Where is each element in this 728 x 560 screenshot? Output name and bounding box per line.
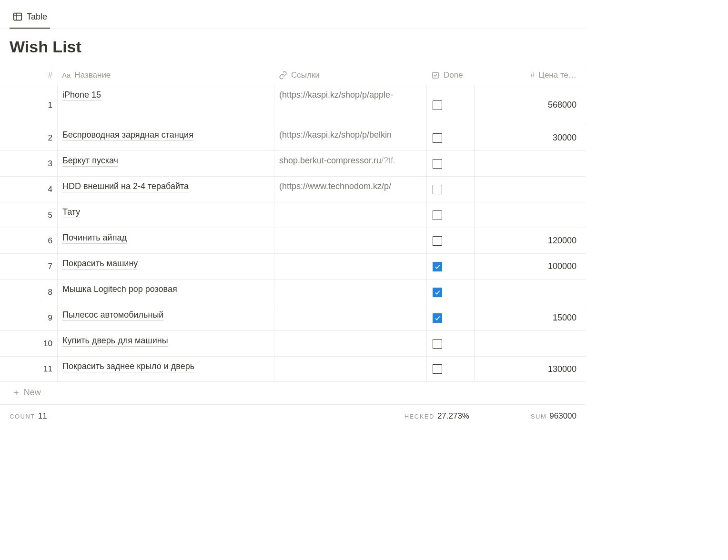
- cell-price[interactable]: [474, 331, 581, 356]
- checkbox[interactable]: [433, 339, 442, 349]
- cell-done: [426, 151, 474, 176]
- cell-name-text: Мышка Logitech pop розовая: [62, 284, 177, 295]
- footer-sum-label: SUM: [531, 413, 546, 420]
- cell-price[interactable]: 120000: [474, 228, 581, 253]
- table-row[interactable]: 7Покрасить машину100000: [0, 253, 585, 279]
- cell-price[interactable]: 100000: [474, 254, 581, 279]
- table-row[interactable]: 4HDD внешний на 2-4 терабайта(https://ww…: [0, 176, 585, 202]
- cell-price[interactable]: 130000: [474, 357, 581, 381]
- cell-done: [426, 177, 474, 202]
- tab-table[interactable]: Table: [10, 9, 50, 29]
- checkbox[interactable]: [433, 185, 442, 194]
- svg-rect-0: [14, 13, 22, 20]
- cell-done: [426, 357, 474, 381]
- cell-link[interactable]: [274, 305, 426, 330]
- checkbox[interactable]: [433, 133, 442, 143]
- cell-name[interactable]: Покрасить заднее крыло и дверь: [57, 357, 274, 381]
- cell-name-text: HDD внешний на 2-4 терабайта: [62, 181, 189, 192]
- cell-done: [426, 331, 474, 356]
- cell-name[interactable]: Покрасить машину: [57, 254, 274, 279]
- cell-name-text: Покрасить заднее крыло и дверь: [62, 361, 194, 372]
- footer-sum-value: 963000: [549, 411, 576, 421]
- checkbox[interactable]: [433, 236, 442, 246]
- checkbox[interactable]: [433, 313, 442, 323]
- checkbox[interactable]: [433, 364, 442, 374]
- new-row-label: New: [24, 388, 41, 398]
- col-link[interactable]: Ссылки: [274, 65, 426, 85]
- table-row[interactable]: 10Купить дверь для машины: [0, 330, 585, 356]
- cell-link[interactable]: [274, 228, 426, 253]
- table-row[interactable]: 5Тату: [0, 202, 585, 228]
- table-icon: [12, 11, 23, 22]
- cell-price[interactable]: 568000: [474, 85, 581, 125]
- table-row[interactable]: 9Пылесос автомобильный15000: [0, 305, 585, 330]
- cell-done: [426, 228, 474, 253]
- footer-checked[interactable]: HECKED 27.273%: [426, 411, 474, 421]
- cell-link[interactable]: [274, 202, 426, 228]
- cell-name[interactable]: Купить дверь для машины: [57, 331, 274, 356]
- cell-index: 5: [0, 202, 57, 228]
- col-done-label: Done: [444, 70, 463, 80]
- cell-link[interactable]: [274, 331, 426, 356]
- cell-price[interactable]: [474, 280, 581, 305]
- plus-icon: +: [13, 388, 19, 398]
- table-row[interactable]: 11Покрасить заднее крыло и дверь130000: [0, 356, 585, 382]
- view-tabs: Table: [0, 9, 585, 29]
- cell-name[interactable]: Беркут пускач: [57, 151, 274, 176]
- footer-count-label: COUNT: [10, 413, 35, 420]
- cell-name-text: Пылесос автомобильный: [62, 310, 163, 321]
- cell-link[interactable]: shop.berkut-compressor.ru/?tf.: [274, 151, 426, 176]
- cell-price[interactable]: [474, 202, 581, 228]
- footer-checked-label: HECKED: [404, 413, 435, 420]
- checkbox[interactable]: [433, 100, 442, 110]
- cell-price[interactable]: [474, 151, 581, 176]
- checkbox[interactable]: [433, 210, 442, 220]
- svg-rect-3: [433, 72, 438, 78]
- cell-name[interactable]: Беспроводная зарядная станция: [57, 125, 274, 150]
- page-title[interactable]: Wish List: [0, 29, 585, 65]
- table-row[interactable]: 8Мышка Logitech pop розовая: [0, 279, 585, 305]
- footer-count[interactable]: COUNT 11: [0, 411, 274, 421]
- table-row[interactable]: 3Беркут пускачshop.berkut-compressor.ru/…: [0, 150, 585, 176]
- cell-link[interactable]: [274, 280, 426, 305]
- table-footer: COUNT 11 HECKED 27.273% SUM 963000: [0, 405, 585, 421]
- table-row[interactable]: 1iPhone 15(https://kaspi.kz/shop/p/apple…: [0, 85, 585, 125]
- footer-sum[interactable]: SUM 963000: [474, 411, 581, 421]
- new-row-button[interactable]: + New: [0, 382, 585, 405]
- cell-name[interactable]: HDD внешний на 2-4 терабайта: [57, 177, 274, 202]
- cell-name[interactable]: Тату: [57, 202, 274, 228]
- cell-link[interactable]: (https://www.technodom.kz/p/: [274, 177, 426, 202]
- checkbox-header-icon: [431, 71, 440, 80]
- col-index[interactable]: #: [0, 65, 57, 85]
- cell-link[interactable]: [274, 357, 426, 381]
- table-row[interactable]: 6Починить айпад120000: [0, 228, 585, 253]
- checkbox[interactable]: [433, 288, 442, 297]
- cell-price[interactable]: [474, 177, 581, 202]
- checkbox[interactable]: [433, 262, 442, 271]
- col-done[interactable]: Done: [426, 65, 474, 85]
- table-header: # Aa Название Ссылки Done: [0, 65, 585, 85]
- cell-price[interactable]: 30000: [474, 125, 581, 150]
- cell-name[interactable]: Мышка Logitech pop розовая: [57, 280, 274, 305]
- cell-link[interactable]: [274, 254, 426, 279]
- cell-name-text: Починить айпад: [62, 233, 127, 244]
- cell-index: 2: [0, 125, 57, 150]
- cell-done: [426, 254, 474, 279]
- cell-index: 6: [0, 228, 57, 253]
- cell-index: 4: [0, 177, 57, 202]
- cell-price[interactable]: 15000: [474, 305, 581, 330]
- cell-link[interactable]: (https://kaspi.kz/shop/p/apple-: [274, 85, 426, 125]
- col-index-label: #: [48, 70, 52, 80]
- cell-name-text: iPhone 15: [62, 90, 101, 101]
- table-row[interactable]: 2Беспроводная зарядная станция(https://k…: [0, 125, 585, 150]
- checkbox[interactable]: [433, 159, 442, 169]
- cell-name[interactable]: Пылесос автомобильный: [57, 305, 274, 330]
- cell-done: [426, 305, 474, 330]
- cell-link[interactable]: (https://kaspi.kz/shop/p/belkin: [274, 125, 426, 150]
- cell-name[interactable]: Починить айпад: [57, 228, 274, 253]
- cell-index: 8: [0, 280, 57, 305]
- col-price[interactable]: # Цена те…: [474, 65, 581, 85]
- cell-name[interactable]: iPhone 15: [57, 85, 274, 125]
- col-name[interactable]: Aa Название: [57, 65, 274, 85]
- cell-index: 3: [0, 151, 57, 176]
